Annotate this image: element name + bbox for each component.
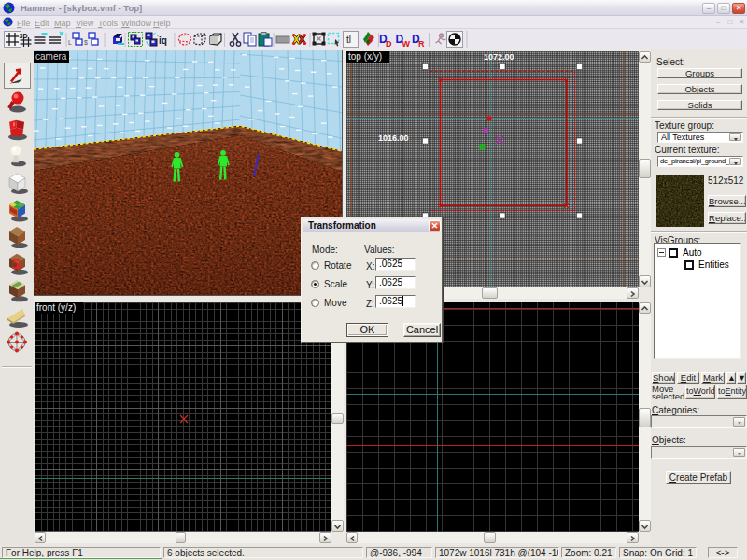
svg-text:L: L xyxy=(68,39,72,46)
svg-text:W: W xyxy=(402,39,411,49)
svg-text:1072.00: 1072.00 xyxy=(484,52,514,62)
svg-text:D: D xyxy=(386,39,392,49)
svg-text:top (x/y): top (x/y) xyxy=(348,51,382,62)
svg-text:$: $ xyxy=(84,39,88,46)
svg-text:camera: camera xyxy=(35,51,67,62)
svg-text:R: R xyxy=(418,39,425,49)
svg-text:1016.00: 1016.00 xyxy=(378,133,409,143)
svg-text:tl: tl xyxy=(346,35,351,45)
svg-text:front (y/z): front (y/z) xyxy=(36,302,76,313)
svg-text:iq: iq xyxy=(159,35,167,46)
